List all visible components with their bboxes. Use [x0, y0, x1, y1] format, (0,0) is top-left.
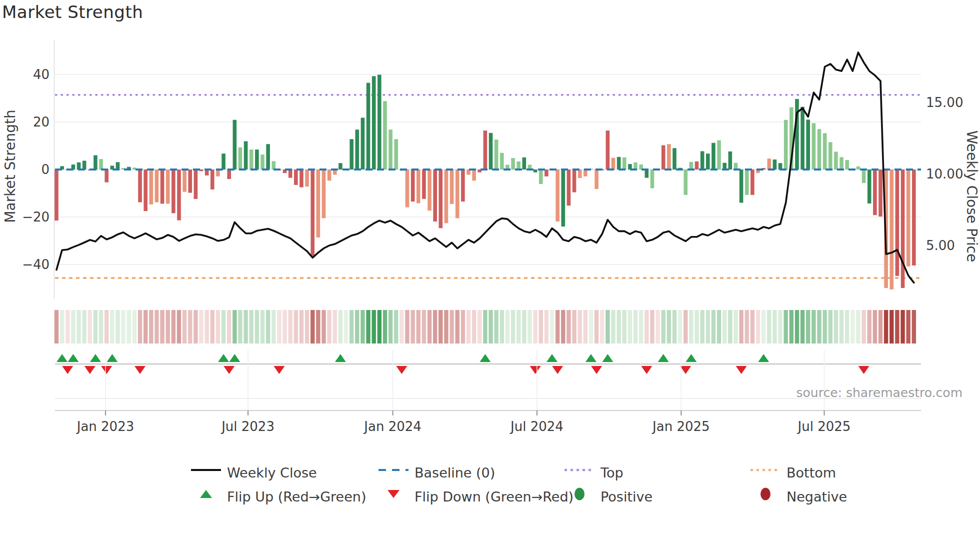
flip-up-marker — [658, 354, 669, 362]
heatmap-cell — [756, 310, 760, 344]
heatmap-cell — [616, 310, 620, 344]
legend-label: Bottom — [786, 465, 836, 480]
heatmap-cell — [310, 310, 314, 344]
strength-bar — [149, 170, 153, 204]
strength-bar — [416, 170, 420, 203]
bottom-dotted-swatch — [748, 465, 782, 480]
heatmap-cell — [717, 310, 721, 344]
heatmap-cell — [272, 310, 276, 344]
strength-bar — [522, 158, 526, 170]
strength-bar — [606, 130, 610, 170]
heatmap-cell — [672, 310, 676, 344]
heatmap-cell — [116, 310, 120, 344]
heatmap-cell — [772, 310, 776, 344]
heatmap-cell — [694, 310, 698, 344]
source-credit: source: sharemaestro.com — [750, 386, 962, 400]
heatmap-cell — [194, 310, 198, 344]
strength-bar — [116, 162, 120, 170]
left-tick-label: −40 — [14, 257, 50, 272]
heatmap-cell — [360, 310, 364, 344]
strength-bar — [834, 152, 838, 170]
strength-bar — [795, 99, 799, 170]
heatmap-cell — [154, 310, 158, 344]
heatmap-cell — [172, 310, 176, 344]
strength-bar — [823, 133, 827, 170]
heatmap-cell — [594, 310, 598, 344]
heatmap-cell — [650, 310, 654, 344]
flip-down-marker — [62, 366, 73, 374]
strength-bar — [428, 170, 432, 210]
heatmap-cell — [494, 310, 498, 344]
strength-bar — [172, 170, 176, 213]
heatmap-cell — [204, 310, 208, 344]
strength-bar — [489, 133, 493, 170]
flip-down-marker — [641, 366, 652, 374]
heatmap-cell — [405, 310, 409, 344]
heatmap-cell — [561, 310, 565, 344]
flip-up-marker — [218, 354, 229, 362]
flip-down-marker — [84, 366, 96, 374]
heatmap-cell — [333, 310, 337, 344]
heatmap-cell — [149, 310, 153, 344]
heatmap-cell — [500, 310, 504, 344]
strength-bar — [99, 159, 103, 170]
heatmap-cell — [584, 310, 588, 344]
heatmap-cell — [378, 310, 382, 344]
strength-bar — [868, 170, 872, 204]
heatmap-cell — [400, 310, 404, 344]
heatmap-cell — [589, 310, 593, 344]
heatmap-cell — [873, 310, 877, 344]
heatmap-cell — [144, 310, 148, 344]
legend-positive: Positive — [562, 486, 652, 506]
x-tick-label: Jan 2023 — [77, 419, 134, 434]
strength-bar — [516, 162, 520, 170]
heatmap-cell — [628, 310, 632, 344]
strength-bar — [862, 170, 866, 183]
legend-label: Flip Down (Green→Red) — [414, 489, 574, 504]
strength-bar — [584, 170, 588, 176]
heatmap-cell — [177, 310, 181, 344]
strength-bar — [896, 170, 900, 276]
heatmap-cell — [88, 310, 92, 344]
strength-bar — [177, 170, 181, 220]
strength-bar — [388, 130, 392, 170]
heatmap-cell — [890, 310, 894, 344]
heatmap-cell — [767, 310, 771, 344]
heatmap-cell — [160, 310, 164, 344]
strength-bar — [662, 146, 666, 170]
flip-up-marker — [90, 354, 101, 362]
strength-bar — [594, 170, 598, 189]
heatmap-cell — [834, 310, 838, 344]
flip-down-marker — [680, 366, 691, 374]
flip-up-marker — [68, 354, 78, 362]
heatmap-cell — [350, 310, 354, 344]
baseline-dash-swatch — [376, 465, 410, 480]
heatmap-cell — [506, 310, 510, 344]
strength-bar — [266, 144, 270, 170]
heatmap-cell — [906, 310, 910, 344]
heatmap-cell — [188, 310, 192, 344]
heatmap-cell — [277, 310, 281, 344]
heatmap-cell — [94, 310, 98, 344]
strength-bar — [316, 170, 320, 238]
heatmap-cell — [639, 310, 643, 344]
heatmap-cell — [556, 310, 560, 344]
heatmap-cell — [900, 310, 904, 344]
heatmap-cell — [327, 310, 331, 344]
strength-bar — [54, 170, 58, 220]
heatmap-cell — [622, 310, 626, 344]
strength-bar — [740, 170, 744, 203]
x-tick-label: Jan 2025 — [652, 419, 710, 434]
strength-bar — [500, 153, 504, 170]
heatmap-cell — [812, 310, 816, 344]
left-tick-label: 20 — [14, 114, 50, 130]
x-tick-label: Jul 2025 — [798, 419, 851, 434]
heatmap-cell — [634, 310, 638, 344]
heatmap-cell — [266, 310, 270, 344]
heatmap-cell — [388, 310, 392, 344]
strength-bar — [672, 148, 676, 170]
legend-flip-down: Flip Down (Green→Red) — [376, 486, 574, 506]
strength-bar — [104, 170, 108, 182]
flip-up-marker — [586, 354, 596, 362]
legend-negative: Negative — [748, 486, 847, 506]
